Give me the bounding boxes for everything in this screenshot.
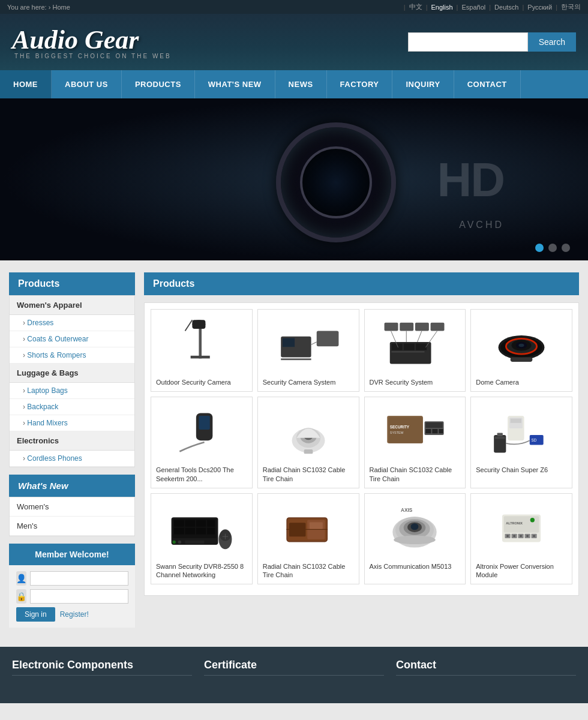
svg-rect-50 bbox=[304, 449, 313, 454]
svg-rect-19 bbox=[416, 343, 427, 350]
svg-rect-62 bbox=[511, 418, 521, 422]
product-card-7[interactable]: SECURITY SYSTEM Radial Chain SC1032 Cabl… bbox=[364, 397, 466, 488]
nav-contact[interactable]: CONTACT bbox=[454, 70, 521, 98]
svg-point-38 bbox=[519, 343, 524, 347]
home-breadcrumb-link[interactable]: Home bbox=[52, 4, 70, 11]
svg-rect-39 bbox=[511, 357, 533, 361]
svg-line-32 bbox=[426, 331, 437, 347]
product-card-11[interactable]: AXIS Axis Communication M5013 bbox=[364, 493, 466, 585]
product-img-9 bbox=[156, 499, 247, 559]
nav-products[interactable]: PRODUCTS bbox=[122, 70, 195, 98]
hero-dot-3[interactable] bbox=[562, 244, 570, 252]
svg-rect-76 bbox=[185, 528, 195, 535]
svg-rect-58 bbox=[433, 429, 438, 433]
camera-lens-outer bbox=[276, 122, 396, 242]
svg-point-79 bbox=[172, 541, 176, 544]
whats-new-womens[interactable]: Women's bbox=[10, 497, 134, 517]
svg-text:SYSTEM: SYSTEM bbox=[390, 431, 404, 434]
products-area: Products bbox=[144, 272, 579, 635]
svg-rect-74 bbox=[207, 520, 215, 527]
svg-text:AXIS: AXIS bbox=[401, 508, 413, 513]
product-name-4: Dome Camera bbox=[476, 378, 567, 386]
product-card-9[interactable]: Swann Security DVR8-2550 8 Channel Netwo… bbox=[151, 493, 253, 585]
product-card-2[interactable]: Security Camera System bbox=[257, 309, 359, 392]
nav-factory[interactable]: FACTORY bbox=[327, 70, 393, 98]
sidebar-item-womens-apparel[interactable]: Women's Apparel bbox=[10, 296, 134, 315]
camera-decoration: HD AVCHD bbox=[228, 104, 540, 260]
svg-rect-77 bbox=[196, 528, 206, 535]
sidebar-item-hand-mixers[interactable]: Hand Mixers bbox=[10, 415, 134, 431]
sidebar-item-coats[interactable]: Coats & Outerwear bbox=[10, 331, 134, 347]
svg-rect-23 bbox=[400, 322, 414, 331]
sidebar-item-shorts[interactable]: Shorts & Rompers bbox=[10, 347, 134, 364]
main-nav: HOME ABOUT US PRODUCTS WHAT'S NEW NEWS F… bbox=[0, 70, 588, 98]
footer-col-1: Electronic Components bbox=[12, 659, 192, 691]
main-content: Products Women's Apparel Dresses Coats &… bbox=[0, 260, 588, 647]
product-name-6: Radial Chain SC1032 Cable Tire Chain bbox=[263, 466, 354, 483]
sidebar-item-dresses[interactable]: Dresses bbox=[10, 315, 134, 331]
product-img-4 bbox=[476, 314, 567, 374]
hero-dot-1[interactable] bbox=[535, 244, 544, 252]
lang-german[interactable]: Deutsch bbox=[494, 4, 518, 11]
svg-line-15 bbox=[311, 341, 316, 344]
avchd-label: AVCHD bbox=[459, 220, 504, 230]
nav-whats-new[interactable]: WHAT'S NEW bbox=[195, 70, 275, 98]
separator: | bbox=[404, 4, 406, 11]
product-card-5[interactable]: General Tools Dcs200 The Seekertm 200... bbox=[151, 397, 253, 488]
svg-rect-75 bbox=[174, 528, 184, 535]
svg-rect-20 bbox=[392, 351, 425, 352]
svg-rect-12 bbox=[316, 331, 338, 346]
product-img-3 bbox=[370, 314, 461, 374]
footer-title-3: Contact bbox=[396, 659, 576, 676]
svg-text:ALTRONIX: ALTRONIX bbox=[506, 521, 523, 525]
member-actions: Sign in Register! bbox=[16, 607, 128, 622]
product-card-1[interactable]: Outdoor Security Camera bbox=[151, 309, 253, 392]
lang-chinese[interactable]: 中文 bbox=[409, 2, 422, 11]
nav-news[interactable]: NEWS bbox=[275, 70, 327, 98]
lang-russian[interactable]: Русский bbox=[527, 4, 552, 11]
svg-rect-21 bbox=[385, 322, 398, 331]
product-card-4[interactable]: Dome Camera bbox=[470, 309, 572, 392]
nav-about[interactable]: ABOUT US bbox=[52, 70, 122, 98]
password-input[interactable] bbox=[30, 589, 128, 604]
product-card-10[interactable]: Radial Chain SC1032 Cable Tire Chain bbox=[257, 493, 359, 585]
password-row: 🔒 bbox=[16, 589, 128, 604]
sidebar-item-electronics[interactable]: Electronics bbox=[10, 431, 134, 451]
svg-rect-27 bbox=[431, 322, 445, 331]
product-row-1: Outdoor Security Camera bbox=[151, 309, 572, 392]
product-card-3[interactable]: DVR Security System bbox=[364, 309, 466, 392]
signin-button[interactable]: Sign in bbox=[16, 607, 55, 622]
lang-korean[interactable]: 한국의 bbox=[561, 2, 581, 11]
register-link[interactable]: Register! bbox=[60, 610, 89, 619]
lang-english[interactable]: English bbox=[431, 4, 453, 11]
sidebar-item-laptop-bags[interactable]: Laptop Bags bbox=[10, 383, 134, 399]
sidebar-item-luggage-bags[interactable]: Luggage & Bags bbox=[10, 364, 134, 383]
lang-spanish[interactable]: Español bbox=[461, 4, 485, 11]
hero-dot-2[interactable] bbox=[548, 244, 557, 252]
product-name-10: Radial Chain SC1032 Cable Tire Chain bbox=[263, 562, 354, 580]
footer-text-2 bbox=[204, 683, 384, 691]
svg-rect-72 bbox=[185, 520, 195, 527]
product-img-2 bbox=[263, 314, 354, 374]
whats-new-mens[interactable]: Men's bbox=[10, 517, 134, 536]
footer-col-2: Certificate bbox=[204, 659, 384, 691]
svg-rect-73 bbox=[196, 520, 206, 527]
product-card-8[interactable]: SD Security Chain Super Z6 bbox=[470, 397, 572, 488]
svg-text:SECURITY: SECURITY bbox=[390, 425, 410, 429]
sidebar-item-backpack[interactable]: Backpack bbox=[10, 399, 134, 415]
svg-point-110 bbox=[520, 535, 522, 538]
camera-lens-inner bbox=[300, 146, 372, 218]
product-name-5: General Tools Dcs200 The Seekertm 200... bbox=[156, 466, 247, 483]
svg-rect-41 bbox=[199, 416, 209, 430]
product-img-7: SECURITY SYSTEM bbox=[370, 402, 461, 462]
nav-home[interactable]: HOME bbox=[0, 70, 52, 98]
footer-title-2: Certificate bbox=[204, 659, 384, 676]
search-input[interactable] bbox=[408, 32, 528, 52]
nav-inquiry[interactable]: INQUIRY bbox=[392, 70, 454, 98]
product-card-6[interactable]: Radial Chain SC1032 Cable Tire Chain bbox=[257, 397, 359, 488]
username-input[interactable] bbox=[30, 571, 128, 586]
product-card-12[interactable]: ALTRONIX bbox=[470, 493, 572, 585]
svg-rect-52 bbox=[388, 417, 423, 443]
sidebar-item-cordless-phones[interactable]: Cordless Phones bbox=[10, 451, 134, 467]
search-button[interactable]: Search bbox=[528, 32, 576, 52]
